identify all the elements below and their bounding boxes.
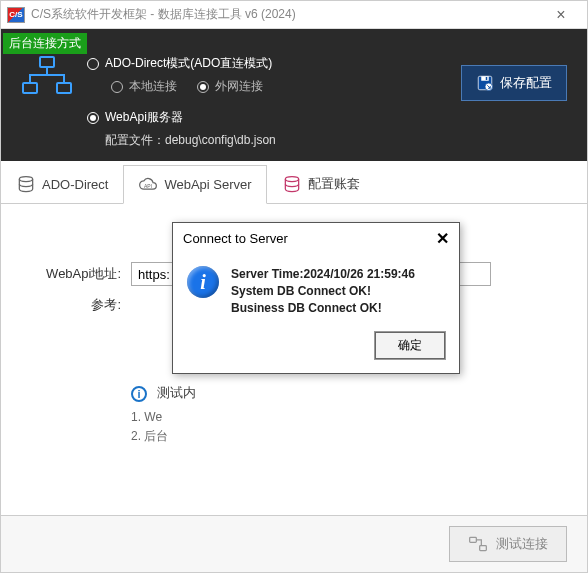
tab-label: WebApi Server (164, 177, 251, 192)
notice-title: 测试内 (157, 385, 196, 400)
radio-external-connect[interactable]: 外网连接 (197, 78, 263, 95)
radio-icon (197, 81, 209, 93)
api-cloud-icon: API (138, 175, 158, 195)
svg-text:API: API (144, 182, 152, 188)
network-icon (17, 55, 77, 99)
dialog-close-button[interactable]: ✕ (436, 229, 449, 248)
database-config-icon (282, 174, 302, 194)
svg-point-7 (19, 177, 32, 182)
radio-icon (87, 58, 99, 70)
connect-dialog: Connect to Server ✕ i Server Time:2024/1… (172, 222, 460, 374)
notice-line: 1. We (131, 408, 557, 427)
titlebar: C/S C/S系统软件开发框架 - 数据库连接工具 v6 (2024) × (1, 1, 587, 29)
dialog-titlebar: Connect to Server ✕ (173, 223, 459, 254)
radio-icon (111, 81, 123, 93)
database-icon (16, 174, 36, 194)
radio-label: WebApi服务器 (105, 109, 183, 126)
notice-block: i 测试内 1. We 2. 后台 (131, 384, 557, 446)
dialog-ok-button[interactable]: 确定 (375, 332, 445, 359)
connection-icon (468, 535, 488, 553)
window-close-button[interactable]: × (541, 6, 581, 24)
test-connection-button[interactable]: 测试连接 (449, 526, 567, 562)
svg-rect-0 (40, 57, 54, 67)
reference-label: 参考: (31, 296, 121, 314)
svg-rect-4 (481, 76, 489, 81)
info-icon: i (131, 386, 147, 402)
radio-local-connect[interactable]: 本地连接 (111, 78, 177, 95)
svg-rect-11 (480, 546, 487, 551)
save-config-button[interactable]: 保存配置 (461, 65, 567, 101)
radio-label: ADO-Direct模式(ADO直连模式) (105, 55, 272, 72)
webapi-url-label: WebApi地址: (31, 265, 121, 283)
svg-rect-2 (57, 83, 71, 93)
tab-ado-direct[interactable]: ADO-Direct (1, 165, 123, 203)
tab-label: ADO-Direct (42, 177, 108, 192)
test-button-label: 测试连接 (496, 535, 548, 553)
tab-bar: ADO-Direct API WebApi Server 配置账套 (1, 165, 587, 204)
tab-label: 配置账套 (308, 175, 360, 193)
panel-tag: 后台连接方式 (3, 33, 87, 54)
svg-point-9 (285, 177, 298, 182)
dialog-message: Server Time:2024/10/26 21:59:46 System D… (231, 266, 415, 316)
window-title: C/S系统软件开发框架 - 数据库连接工具 v6 (2024) (31, 6, 541, 23)
tab-config-account[interactable]: 配置账套 (267, 165, 375, 203)
footer-bar: 测试连接 (1, 515, 587, 572)
info-dialog-icon: i (187, 266, 219, 298)
svg-rect-1 (23, 83, 37, 93)
radio-icon (87, 112, 99, 124)
notice-line: 2. 后台 (131, 427, 557, 446)
radio-webapi-server[interactable]: WebApi服务器 (87, 109, 571, 126)
app-logo-icon: C/S (7, 7, 25, 23)
tab-webapi-server[interactable]: API WebApi Server (123, 165, 266, 204)
svg-rect-5 (486, 77, 488, 80)
connection-mode-panel: 后台连接方式 ADO-Direct模式(ADO直连模式) (1, 29, 587, 161)
save-button-label: 保存配置 (500, 74, 552, 92)
radio-label: 外网连接 (215, 78, 263, 95)
radio-label: 本地连接 (129, 78, 177, 95)
svg-rect-10 (470, 537, 477, 542)
config-file-line: 配置文件：debug\config\db.json (105, 132, 571, 149)
dialog-title: Connect to Server (183, 231, 288, 246)
save-icon (476, 74, 494, 92)
